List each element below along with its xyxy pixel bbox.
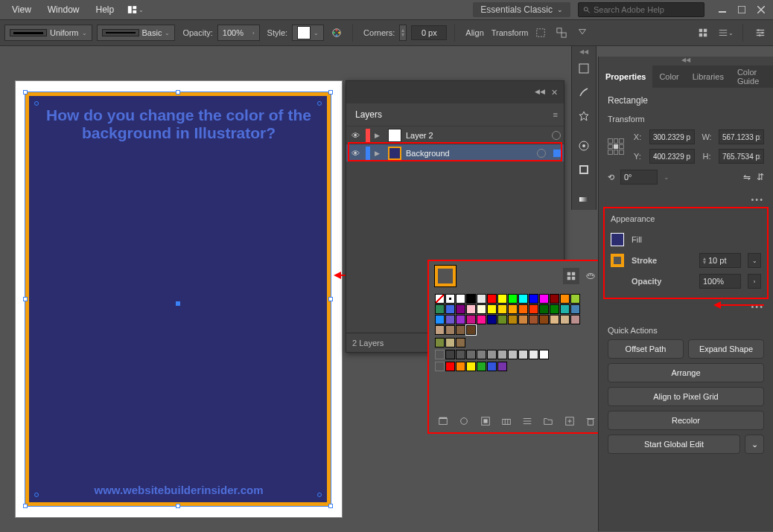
swatch[interactable]: [560, 294, 570, 304]
swatch[interactable]: [435, 325, 445, 335]
qa-global-edit[interactable]: Start Global Edit: [608, 435, 740, 454]
swatch[interactable]: [477, 294, 486, 304]
swatch[interactable]: [487, 362, 497, 371]
align-label[interactable]: Align: [465, 28, 483, 37]
flip-h-icon[interactable]: ⇋: [743, 172, 751, 182]
recolor-artwork-icon[interactable]: [328, 25, 345, 41]
swatch[interactable]: [456, 294, 465, 304]
transform-h[interactable]: [719, 149, 764, 164]
dock-libraries-icon[interactable]: [572, 57, 596, 80]
swatch[interactable]: [487, 315, 497, 324]
swatch[interactable]: [456, 338, 465, 347]
swatch[interactable]: [497, 315, 507, 324]
qa-offset-path[interactable]: Offset Path: [608, 339, 684, 359]
swatch[interactable]: [445, 325, 455, 335]
layer-name[interactable]: Layer 2: [406, 131, 547, 140]
swatch[interactable]: [435, 304, 445, 314]
swatch-kind-icon[interactable]: [457, 413, 471, 429]
swatch[interactable]: [529, 304, 538, 314]
swatch[interactable]: [497, 294, 507, 304]
swatch[interactable]: [435, 338, 445, 347]
transform-label[interactable]: Transform: [492, 28, 529, 37]
swatch[interactable]: [466, 304, 476, 314]
panel-menu-icon[interactable]: ≡: [547, 110, 564, 119]
swatch[interactable]: [466, 325, 476, 335]
dock-brushes-icon[interactable]: [572, 80, 596, 104]
dock-gradient-icon[interactable]: [572, 188, 596, 211]
swatch[interactable]: [445, 304, 455, 314]
swatch[interactable]: [560, 304, 570, 314]
search-box[interactable]: [578, 2, 704, 17]
stroke-swatch[interactable]: [611, 254, 624, 267]
transform-more[interactable]: •••: [599, 192, 773, 207]
menu-view[interactable]: View: [4, 1, 39, 18]
workspace-switcher[interactable]: Essentials Classic ⌄: [473, 2, 570, 17]
swatch[interactable]: [497, 362, 507, 371]
stroke-weight-input[interactable]: ▴▾10 pt: [699, 253, 741, 268]
swatch[interactable]: [487, 350, 497, 359]
swatch[interactable]: [539, 315, 549, 324]
close-button[interactable]: [754, 4, 769, 16]
delete-swatch-icon[interactable]: [584, 413, 597, 429]
shape-builder-icon[interactable]: [553, 25, 570, 41]
swatch[interactable]: [497, 350, 507, 359]
swatch[interactable]: [529, 294, 538, 304]
stroke-profile-dropdown[interactable]: Uniform ⌄: [4, 25, 92, 41]
swatch[interactable]: [560, 315, 570, 324]
visibility-toggle[interactable]: 👁: [349, 131, 361, 140]
swatch[interactable]: [539, 350, 549, 359]
menu-help[interactable]: Help: [88, 1, 121, 18]
swatch[interactable]: [445, 338, 455, 347]
qa-expand-shape[interactable]: Expand Shape: [688, 339, 764, 359]
swatch[interactable]: [550, 315, 559, 324]
canvas-stage[interactable]: How do you change the color of the backg…: [15, 80, 343, 518]
dock-symbols-icon[interactable]: [572, 104, 596, 128]
swatch[interactable]: [456, 362, 465, 371]
swatch[interactable]: [487, 304, 497, 314]
visibility-toggle[interactable]: 👁: [349, 149, 361, 158]
props-collapse[interactable]: ◀◀: [599, 57, 773, 65]
graphic-style-dropdown[interactable]: ⌄: [292, 25, 324, 41]
search-input[interactable]: [594, 5, 699, 14]
swatch[interactable]: [518, 350, 528, 359]
expand-layer-icon[interactable]: ▶: [375, 150, 384, 157]
maximize-button[interactable]: [734, 4, 749, 16]
swatch[interactable]: [518, 315, 528, 324]
target-icon[interactable]: [537, 149, 546, 158]
qa-recolor[interactable]: Recolor: [608, 411, 764, 430]
swatch[interactable]: [518, 304, 528, 314]
snap-icon[interactable]: ⌄: [717, 25, 734, 41]
swatch[interactable]: [508, 315, 518, 324]
swatch[interactable]: [477, 304, 486, 314]
opacity-input-prop[interactable]: 100%: [699, 274, 741, 289]
swatch[interactable]: [456, 350, 465, 359]
swatch[interactable]: [497, 304, 507, 314]
swatch[interactable]: [456, 304, 465, 314]
transform-y[interactable]: [649, 149, 695, 164]
dock-color-icon[interactable]: [572, 134, 596, 158]
dock-collapse[interactable]: ◀◀: [572, 46, 596, 57]
swatch[interactable]: [456, 325, 465, 335]
new-color-group-icon[interactable]: [500, 413, 513, 429]
swatch-folder[interactable]: [435, 350, 445, 359]
tab-properties[interactable]: Properties: [599, 65, 652, 88]
swatch[interactable]: [518, 294, 528, 304]
swatch[interactable]: [445, 362, 455, 371]
isolate-icon[interactable]: [532, 25, 549, 41]
swatch[interactable]: [466, 350, 476, 359]
swatch[interactable]: [487, 294, 497, 304]
align-to-icon[interactable]: [574, 25, 591, 41]
swatch[interactable]: [466, 294, 476, 304]
swatch[interactable]: [529, 350, 538, 359]
new-swatch-icon[interactable]: [563, 413, 576, 429]
swatch[interactable]: [445, 294, 455, 304]
qa-align-pixel[interactable]: Align to Pixel Grid: [608, 387, 764, 406]
target-icon[interactable]: [552, 131, 561, 140]
swatch-view-icon[interactable]: [563, 268, 579, 284]
flip-v-icon[interactable]: ⇵: [757, 172, 764, 182]
corners-input[interactable]: [411, 25, 447, 40]
swatch[interactable]: [570, 304, 580, 314]
corners-stepper[interactable]: ▴▾: [399, 25, 407, 41]
menu-window[interactable]: Window: [40, 1, 87, 18]
transform-w[interactable]: [719, 129, 764, 144]
